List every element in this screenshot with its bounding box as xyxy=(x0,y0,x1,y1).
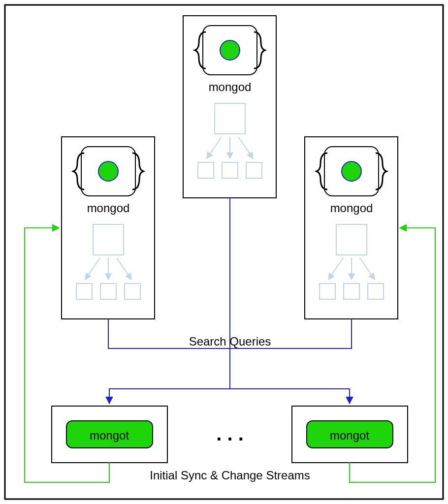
mongod-left-dot-icon xyxy=(98,161,118,181)
mongot-left-label: mongot xyxy=(90,429,129,442)
mongod-left: mongod xyxy=(62,137,155,319)
mongod-top-dot-icon xyxy=(220,40,240,60)
sync-streams-caption: Initial Sync & Change Streams xyxy=(150,469,310,482)
mongod-right: mongod xyxy=(305,137,398,319)
mongot-right-label: mongot xyxy=(330,429,369,442)
mongod-left-label: mongod xyxy=(87,201,130,215)
ellipsis: . . . xyxy=(216,423,244,444)
mongod-top-label: mongod xyxy=(209,80,252,94)
mongod-top: mongod xyxy=(183,16,276,198)
diagram-root: mongod mongod xyxy=(0,0,448,504)
mongod-right-dot-icon xyxy=(342,161,361,181)
mongod-right-label: mongod xyxy=(330,201,373,215)
mongot-right: mongot xyxy=(292,406,408,463)
search-queries-caption: Search Queries xyxy=(189,335,271,348)
mongot-left: mongot xyxy=(52,406,167,463)
